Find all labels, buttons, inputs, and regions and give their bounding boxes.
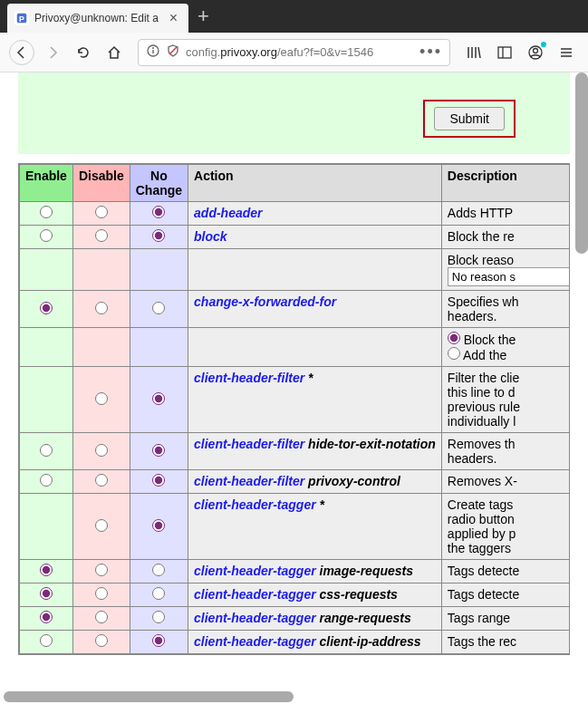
nochange-radio[interactable] xyxy=(152,474,165,487)
disable-radio[interactable] xyxy=(95,634,108,647)
enable-radio[interactable] xyxy=(40,611,53,623)
disable-radio[interactable] xyxy=(95,564,108,576)
enable-radio[interactable] xyxy=(40,229,53,242)
action-link[interactable]: client-header-filter xyxy=(194,474,304,488)
table-row: client-header-filter *Filter the cliethi… xyxy=(20,367,571,433)
reload-button[interactable] xyxy=(71,40,96,65)
disable-radio[interactable] xyxy=(95,587,108,600)
svg-line-5 xyxy=(169,47,177,54)
enable-radio[interactable] xyxy=(40,564,53,576)
page-actions-icon[interactable]: ••• xyxy=(419,43,442,62)
url-text: config.privoxy.org/eafu?f=0&v=1546 xyxy=(186,45,419,59)
description-cell: Block the Add the xyxy=(441,328,570,367)
disable-radio[interactable] xyxy=(95,519,108,532)
vertical-scrollbar[interactable] xyxy=(575,72,588,254)
menu-icon[interactable] xyxy=(554,40,579,65)
action-link[interactable]: change-x-forwarded-for xyxy=(194,294,336,309)
action-suffix: privoxy-control xyxy=(304,474,400,488)
back-button[interactable] xyxy=(9,40,34,65)
library-icon[interactable] xyxy=(461,40,487,65)
action-link[interactable]: add-header xyxy=(194,206,262,220)
action-suffix: hide-tor-exit-notation xyxy=(304,437,436,451)
description-cell: Create tags radio buttonapplied by pthe … xyxy=(441,494,570,560)
url-bar[interactable]: config.privoxy.org/eafu?f=0&v=1546 ••• xyxy=(138,39,450,66)
enable-radio[interactable] xyxy=(40,206,53,218)
nochange-radio[interactable] xyxy=(152,229,165,242)
description-cell: Specifies whheaders. xyxy=(441,291,570,328)
forward-button xyxy=(40,40,65,65)
table-row: client-header-filter privoxy-controlRemo… xyxy=(20,470,571,494)
svg-point-9 xyxy=(534,48,538,53)
notification-dot xyxy=(541,42,546,47)
nochange-radio[interactable] xyxy=(152,302,165,314)
action-suffix: css-requests xyxy=(316,587,398,602)
browser-tab[interactable]: P Privoxy@unknown: Edit a × xyxy=(7,4,188,33)
tab-title: Privoxy@unknown: Edit a xyxy=(34,12,166,24)
new-tab-button[interactable]: + xyxy=(198,5,209,28)
action-link[interactable]: client-header-tagger xyxy=(194,611,316,625)
description-cell: Block the re xyxy=(441,226,570,249)
disable-radio[interactable] xyxy=(95,611,108,623)
enable-radio[interactable] xyxy=(40,444,53,457)
option-radio[interactable] xyxy=(448,332,460,344)
reason-input[interactable] xyxy=(448,267,570,286)
nochange-radio[interactable] xyxy=(152,634,165,647)
tab-close-icon[interactable]: × xyxy=(166,10,181,26)
table-row: Block reaso xyxy=(20,249,571,291)
account-icon[interactable] xyxy=(523,40,548,65)
action-link[interactable]: client-header-tagger xyxy=(194,587,316,602)
window-titlebar: P Privoxy@unknown: Edit a × + xyxy=(0,0,588,33)
action-suffix: range-requests xyxy=(316,611,411,625)
action-suffix: image-requests xyxy=(316,564,413,578)
action-link[interactable]: client-header-filter xyxy=(194,371,304,385)
submit-highlight: Submit xyxy=(423,100,516,138)
home-button[interactable] xyxy=(101,40,127,65)
nochange-radio[interactable] xyxy=(152,564,165,576)
disable-radio[interactable] xyxy=(95,474,108,487)
disable-radio[interactable] xyxy=(95,444,108,457)
nochange-radio[interactable] xyxy=(152,444,165,457)
svg-rect-4 xyxy=(152,50,153,53)
nochange-radio[interactable] xyxy=(152,519,165,532)
nochange-radio[interactable] xyxy=(152,587,165,600)
table-row: client-header-tagger client-ip-addressTa… xyxy=(20,631,571,654)
enable-radio[interactable] xyxy=(40,474,53,487)
description-cell: Tags the rec xyxy=(441,631,570,654)
horizontal-scrollbar[interactable] xyxy=(4,691,294,702)
actions-table: Enable Disable No Change Action Descript… xyxy=(19,164,570,654)
sidebar-icon[interactable] xyxy=(492,40,517,65)
header-nochange: No Change xyxy=(130,165,188,202)
option-radio[interactable] xyxy=(448,347,460,360)
enable-radio[interactable] xyxy=(40,302,53,314)
action-link[interactable]: client-header-tagger xyxy=(194,634,316,649)
header-enable: Enable xyxy=(20,165,73,202)
table-row: add-headerAdds HTTP xyxy=(20,202,571,226)
header-description: Description xyxy=(441,165,570,202)
description-cell: Tags range xyxy=(441,607,570,631)
info-icon[interactable] xyxy=(146,43,160,61)
table-row: client-header-tagger css-requestsTags de… xyxy=(20,583,571,607)
table-row: client-header-tagger image-requestsTags … xyxy=(20,560,571,583)
disable-radio[interactable] xyxy=(95,302,108,314)
disable-radio[interactable] xyxy=(95,229,108,242)
table-row: client-header-tagger range-requestsTags … xyxy=(20,607,571,631)
disable-radio[interactable] xyxy=(95,392,108,405)
table-row: client-header-tagger *Create tags radio … xyxy=(20,494,571,560)
svg-point-3 xyxy=(152,47,154,49)
nochange-radio[interactable] xyxy=(152,611,165,623)
nochange-radio[interactable] xyxy=(152,206,165,218)
nochange-radio[interactable] xyxy=(152,392,165,405)
action-link[interactable]: client-header-tagger xyxy=(194,564,316,578)
description-cell: Adds HTTP xyxy=(441,202,570,226)
enable-radio[interactable] xyxy=(40,634,53,647)
submit-button[interactable]: Submit xyxy=(434,107,505,130)
action-link[interactable]: client-header-tagger xyxy=(194,497,316,512)
description-cell: Tags detecte xyxy=(441,560,570,583)
table-row: Block the Add the xyxy=(20,328,571,367)
action-link[interactable]: client-header-filter xyxy=(194,437,304,451)
enable-radio[interactable] xyxy=(40,587,53,600)
shield-icon[interactable] xyxy=(166,43,180,61)
action-link[interactable]: block xyxy=(194,229,227,244)
disable-radio[interactable] xyxy=(95,206,108,218)
description-cell: Removes thheaders. xyxy=(441,433,570,470)
